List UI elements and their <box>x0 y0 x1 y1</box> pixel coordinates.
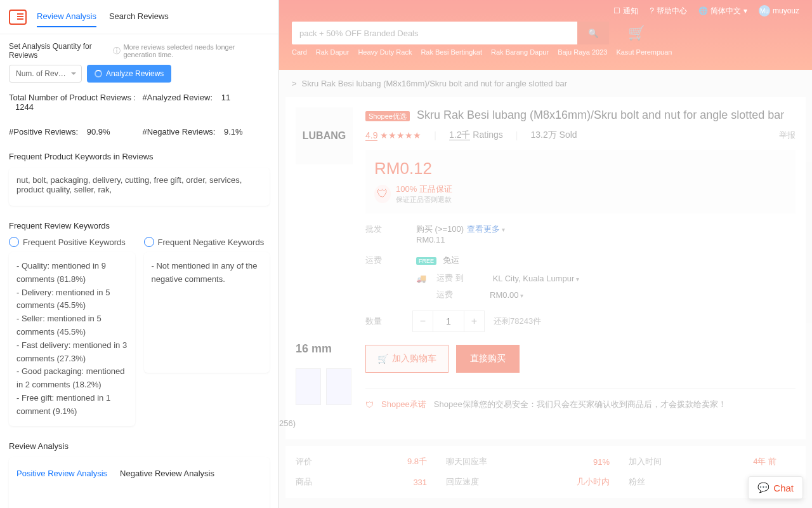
freq-product-keywords: nut, bolt, packaging, delivery, cutting,… <box>9 168 270 206</box>
pos-keyword-item: - Quality: mentioned in 9 comments (81.8… <box>16 260 128 286</box>
search-input[interactable] <box>292 22 609 44</box>
quantity-label: Set Analysis Quantity for Reviews <box>9 42 110 60</box>
free-shipping-icon: FREE <box>416 257 436 265</box>
info-icon: ⓘ <box>113 46 121 57</box>
ratings-label: Ratings <box>473 130 502 140</box>
help-link[interactable]: ? 帮助中心 <box>650 6 687 17</box>
ship-to-label: 运费 到 <box>436 272 464 284</box>
qty-plus-button[interactable]: + <box>464 311 484 331</box>
stock-text: 还剩78243件 <box>494 316 541 327</box>
pos-keyword-item: - Seller: mentioned in 5 comments (45.5%… <box>16 312 128 339</box>
stat-value: 4年 前 <box>679 456 796 467</box>
quick-link[interactable]: Baju Raya 2023 <box>558 48 607 56</box>
guarantee-subtitle: 保证正品否则退款 <box>396 195 452 204</box>
favorite-count: 最爱 (256) <box>279 418 353 429</box>
product-size-label: 16 mm <box>296 342 353 356</box>
breadcrumb: > Skru Rak Besi lubang (M8x16mm)/Skru bo… <box>279 70 812 97</box>
analysis-panel: Review Analysis Search Reviews Set Analy… <box>0 0 279 508</box>
username: muyouz <box>773 6 799 15</box>
guarantee-title: 100% 正品保证 <box>396 184 452 195</box>
ship-to-selector[interactable]: KL City, Kuala Lumpur <box>493 274 579 283</box>
search-icon: 🔍 <box>588 29 599 38</box>
product-thumb[interactable] <box>296 368 321 405</box>
ratings-count[interactable]: 1.2千 <box>449 130 470 140</box>
free-shipping-text: 免运 <box>443 255 459 265</box>
help-label: 帮助中心 <box>657 6 687 17</box>
language-selector[interactable]: 🌐 简体中文 ▾ <box>698 6 747 17</box>
qty-input[interactable] <box>433 311 464 331</box>
frown-icon <box>144 237 154 247</box>
quick-link[interactable]: Rak Dapur <box>316 48 350 56</box>
stat-value: 几小时内 <box>503 476 629 488</box>
sold-label: Sold <box>560 130 577 140</box>
quick-link[interactable]: Rak Besi Bertingkat <box>421 48 482 56</box>
product-thumb[interactable] <box>326 368 351 405</box>
promise-brand: Shopee承诺 <box>381 399 426 410</box>
tab-positive-analysis[interactable]: Positive Review Analysis <box>16 465 107 482</box>
positive-label: #Positive Reviews: <box>9 127 78 137</box>
chat-fab[interactable]: 💬 Chat <box>748 476 803 499</box>
truck-icon: 🚚 <box>416 274 426 283</box>
negative-label: #Negative Reviews: <box>143 127 216 137</box>
search-button[interactable]: 🔍 <box>577 22 609 44</box>
product-main-image[interactable]: LUBANG <box>296 107 353 164</box>
analyze-button-label: Analyze Reviews <box>106 69 164 78</box>
freq-product-title: Frequent Product Keywords in Reviews <box>9 152 270 161</box>
cart-icon[interactable]: 🛒 <box>628 25 645 41</box>
qty-label: 数量 <box>365 316 403 327</box>
help-icon: ? <box>650 6 654 15</box>
view-more-link[interactable]: 查看更多 <box>467 224 796 244</box>
ship-fee-selector[interactable]: RM0.00 <box>490 290 523 300</box>
bell-icon: ☐ <box>613 6 620 15</box>
total-reviews-label: Total Number of Product Reviews : <box>9 93 136 102</box>
add-to-cart-button[interactable]: 🛒 加入购物车 <box>365 345 449 373</box>
analyzed-label: #Analyzed Review: <box>143 93 213 102</box>
globe-icon: 🌐 <box>698 6 708 15</box>
ship-fee-label: 运费 <box>436 289 453 300</box>
positive-value: 90.9% <box>87 127 110 137</box>
shield-icon: 🛡 <box>374 185 391 203</box>
breadcrumb-sep: > <box>292 79 297 88</box>
language-label: 简体中文 <box>710 6 741 17</box>
product-title-text: Skru Rak Besi lubang (M8x16mm)/Skru bolt… <box>417 109 784 121</box>
stat-label: 加入时间 <box>629 456 679 467</box>
stat-label: 回应速度 <box>446 476 503 488</box>
quantity-hint: More reviews selected needs longer gener… <box>123 43 270 58</box>
sold-count: 13.2万 <box>530 130 556 140</box>
stat-label: 商品 <box>296 476 334 488</box>
stat-label: 粉丝 <box>629 476 679 488</box>
pos-keyword-item: - Free gift: mentioned in 1 comment (9.1… <box>16 392 128 418</box>
report-link[interactable]: 举报 <box>779 130 796 141</box>
quick-link[interactable]: Heavy Duty Rack <box>358 48 412 56</box>
promise-text: Shopee保障您的交易安全：我们只会在买家确认收到商品后，才会拨款给卖家！ <box>434 399 726 410</box>
stat-value: 331 <box>334 478 446 487</box>
total-reviews-value: 1244 <box>15 102 34 112</box>
stat-value: 91% <box>503 457 629 467</box>
pos-keywords-title: Frequent Positive Keywords <box>23 237 126 247</box>
quick-link[interactable]: Rak Barang Dapur <box>491 48 549 56</box>
tab-search-reviews[interactable]: Search Reviews <box>109 6 169 27</box>
rating-value[interactable]: 4.9 <box>365 130 377 141</box>
analyze-button[interactable]: Analyze Reviews <box>87 65 171 83</box>
star-icon: ★★★★★ <box>380 130 421 140</box>
pos-keyword-item: - Good packaging: mentioned in 2 comment… <box>16 365 128 392</box>
pos-keyword-item: - Delivery: mentioned in 5 comments (45.… <box>16 286 128 313</box>
tab-negative-analysis[interactable]: Negative Review Analysis <box>120 465 214 482</box>
num-reviews-select[interactable]: Num. of Reviews to Ana <box>9 65 82 83</box>
product-page: ☐ 通知 ? 帮助中心 🌐 简体中文 ▾ Mu muyouz 🔍 <box>279 0 812 508</box>
price: RM0.12 <box>374 159 787 178</box>
chat-label: Chat <box>773 483 794 493</box>
buy-now-button[interactable]: 直接购买 <box>456 345 520 373</box>
user-menu[interactable]: Mu muyouz <box>759 5 799 17</box>
qty-minus-button[interactable]: − <box>413 311 433 331</box>
add-to-cart-label: 加入购物车 <box>392 353 436 364</box>
notify-link[interactable]: ☐ 通知 <box>613 6 638 17</box>
notify-label: 通知 <box>623 6 638 17</box>
quick-link[interactable]: Kasut Perempuan <box>616 48 672 56</box>
preferred-badge: Shopee优选 <box>365 111 410 121</box>
neg-keywords-box: - Not mentioned in any of the negative c… <box>144 252 270 373</box>
neg-keywords-title: Frequent Negative Keywords <box>158 237 265 247</box>
tab-review-analysis[interactable]: Review Analysis <box>37 6 96 27</box>
quick-link[interactable]: Card <box>292 48 307 56</box>
smile-icon <box>9 237 19 247</box>
